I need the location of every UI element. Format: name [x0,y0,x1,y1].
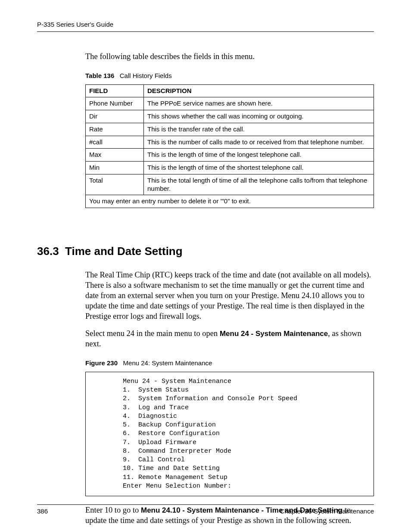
section-heading-36-3: 36.3 Time and Date Setting [37,244,374,258]
cell-field: Dir [86,110,144,123]
menu-line: Enter Menu Selection Number: [92,482,231,490]
menu-line: 10. Time and Date Setting [92,465,220,472]
figure-230-caption: Figure 230 Menu 24: System Maintenance [85,359,374,367]
cell-field: Phone Number [86,97,144,110]
intro-paragraph: The following table describes the fields… [85,52,374,62]
figure-230-menu-box: Menu 24 - System Maintenance 1. System S… [85,372,374,496]
cell-desc: This shows whether the call was incoming… [144,110,374,123]
menu-line: 1. System Status [92,386,189,394]
page-footer: 386 Chapter 36 System Maintenance [37,504,374,516]
menu-line: 7. Upload Firmware [92,439,196,446]
cell-desc: This is the length of time of the longes… [144,149,374,162]
cell-field: Rate [86,123,144,136]
table-136-caption: Table 136 Call History Fields [85,72,374,80]
menu-line: 9. Call Control [92,456,185,464]
para2-pre: Select menu 24 in the main menu to open [85,329,220,338]
table-row: Dir This shows whether the call was inco… [86,110,374,123]
menu-line: Menu 24 - System Maintenance [92,378,231,385]
menu-line: 4. Diagnostic [92,413,177,420]
col-header-field: FIELD [86,84,144,97]
table-row: Rate This is the transfer rate of the ca… [86,123,374,136]
section-para-2: Select menu 24 in the main menu to open … [85,328,374,349]
figure-230-title: Menu 24: System Maintenance [123,359,212,367]
section-number: 36.3 [37,245,59,258]
table-call-history-fields: FIELD DESCRIPTION Phone Number The PPPoE… [85,84,374,208]
table-footer-row: You may enter an entry number to delete … [86,195,374,208]
running-header: P-335 Series User's Guide [37,21,374,32]
table-136-label: Table 136 [85,72,114,79]
table-row: Total This is the total length of time o… [86,174,374,195]
menu-line: 5. Backup Configuration [92,421,216,429]
table-row: Min This is the length of time of the sh… [86,162,374,174]
cell-field: Max [86,149,144,162]
menu-line: 8. Command Interpreter Mode [92,448,231,455]
body-column: The Real Time Chip (RTC) keeps track of … [85,270,374,526]
section-title: Time and Date Setting [65,245,183,258]
cell-desc: This is the total length of time of all … [144,174,374,195]
menu-line: 2. System Information and Console Port S… [92,395,297,402]
table-footer-note: You may enter an entry number to delete … [86,195,374,208]
page-number: 386 [37,507,48,516]
chapter-label: Chapter 36 System Maintenance [280,507,374,516]
col-header-description: DESCRIPTION [144,84,374,97]
page: P-335 Series User's Guide The following … [0,0,411,532]
cell-desc: The PPPoE service names are shown here. [144,97,374,110]
figure-230-label: Figure 230 [85,359,118,367]
table-row: Phone Number The PPPoE service names are… [86,97,374,110]
cell-field: Min [86,162,144,174]
table-row: Max This is the length of time of the lo… [86,149,374,162]
para2-bold: Menu 24 - System Maintenance [220,330,328,338]
section-para-1: The Real Time Chip (RTC) keeps track of … [85,270,374,321]
cell-desc: This is the length of time of the shorte… [144,162,374,174]
menu-line: 11. Remote Management Setup [92,474,227,481]
table-header-row: FIELD DESCRIPTION [86,84,374,97]
menu-line: 6. Restore Configuration [92,430,220,437]
body-column: The following table describes the fields… [85,52,374,208]
table-row: #call This is the number of calls made t… [86,136,374,149]
cell-desc: This is the transfer rate of the call. [144,123,374,136]
table-136-title: Call History Fields [120,72,172,79]
cell-desc: This is the number of calls made to or r… [144,136,374,149]
cell-field: Total [86,174,144,195]
menu-line: 3. Log and Trace [92,404,189,411]
cell-field: #call [86,136,144,149]
